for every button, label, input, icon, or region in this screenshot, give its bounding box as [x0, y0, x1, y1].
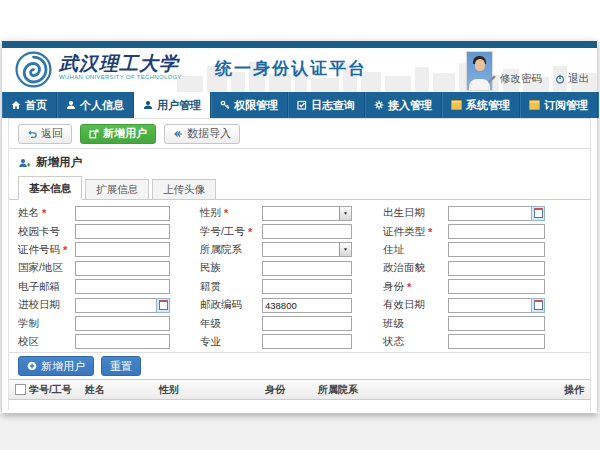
nav-item-permission-management[interactable]: 权限管理: [211, 92, 288, 118]
status-input[interactable]: [448, 334, 545, 349]
portal-window: 武汉理工大学 WUHAN UNIVERSITY OF TECHNOLOGY 统一…: [2, 41, 597, 413]
field-label: 国家/地区: [18, 261, 63, 275]
field-ethnicity: 民族*: [200, 259, 352, 277]
field-label: 民族: [200, 261, 221, 275]
submit-add-user-button[interactable]: 新增用户: [18, 356, 94, 376]
nav-label: 权限管理: [234, 98, 278, 113]
logout-link[interactable]: 退出: [555, 72, 589, 86]
field-id-type: 证件类型*: [383, 222, 545, 240]
country-region-input[interactable]: [75, 261, 170, 276]
nav-item-access-management[interactable]: 接入管理: [365, 92, 442, 118]
email-input[interactable]: [75, 279, 170, 294]
field-label: 姓名: [18, 206, 39, 220]
nav-item-system-management[interactable]: 系统管理: [442, 92, 520, 118]
grade-input[interactable]: [262, 316, 352, 331]
select-all-checkbox[interactable]: [15, 384, 26, 395]
class-input[interactable]: [448, 316, 545, 331]
plus-circle-icon: [27, 361, 37, 371]
department-select[interactable]: ▼: [262, 242, 352, 257]
nav-label: 首页: [25, 98, 47, 113]
name-input[interactable]: [75, 206, 170, 221]
back-button[interactable]: 返回: [18, 124, 72, 144]
birth-date-input[interactable]: [448, 206, 545, 221]
top-accent-bar: [2, 41, 597, 48]
postal-code-input[interactable]: 438800: [262, 298, 352, 313]
nav-label: 个人信息: [80, 98, 124, 113]
submit-add-user-label: 新增用户: [41, 359, 85, 374]
field-label: 籍贯: [200, 280, 221, 294]
field-label: 专业: [200, 335, 221, 349]
field-label: 性别: [200, 206, 221, 220]
add-user-toolbar-button[interactable]: 新增用户: [80, 124, 156, 144]
calendar-icon[interactable]: [531, 298, 545, 313]
add-user-icon: [19, 158, 31, 168]
campus-input[interactable]: [75, 334, 170, 349]
ethnicity-input[interactable]: [262, 261, 352, 276]
field-label: 出生日期: [383, 206, 425, 220]
required-asterisk: *: [428, 226, 432, 238]
form-row: 校园卡号* 学号/工号* 证件类型*: [18, 222, 590, 240]
university-name: 武汉理工大学: [59, 53, 182, 74]
field-student-staff-no: 学号/工号*: [200, 222, 352, 240]
major-input[interactable]: [262, 334, 352, 349]
content-panel: 返回 新增用户 数据导入 新增用户 基本信息: [8, 118, 591, 410]
tab-extended-info[interactable]: 扩展信息: [85, 179, 149, 199]
platform-title: 统一身份认证平台: [215, 57, 367, 80]
field-label: 电子邮箱: [18, 280, 60, 294]
calendar-icon[interactable]: [156, 298, 170, 313]
nav-item-user-management[interactable]: 用户管理: [134, 92, 211, 118]
calendar-icon[interactable]: [531, 206, 545, 221]
change-password-link[interactable]: 修改密码: [487, 72, 542, 86]
nav-label: 订阅管理: [544, 98, 588, 113]
student-staff-no-input[interactable]: [262, 224, 352, 239]
field-label: 进校日期: [18, 298, 60, 312]
field-name: 姓名*: [18, 204, 170, 222]
education-length-input[interactable]: [75, 316, 170, 331]
id-type-input[interactable]: [448, 224, 545, 239]
nav-label: 接入管理: [388, 98, 432, 113]
nav-item-subscription-management[interactable]: 订阅管理: [520, 92, 598, 118]
field-campus: 校区*: [18, 333, 170, 351]
identity-input[interactable]: [448, 279, 545, 294]
tab-basic-info[interactable]: 基本信息: [18, 176, 82, 200]
chevron-down-icon[interactable]: ▼: [339, 207, 351, 220]
pencil-icon: [487, 74, 497, 84]
field-gender: 性别* ▼: [200, 204, 352, 222]
nav-item-log-query[interactable]: 日志查询: [288, 92, 365, 118]
form-row: 国家/地区* 民族* 政治面貌*: [18, 259, 590, 277]
field-birth-date: 出生日期*: [383, 204, 545, 222]
column-header-name: 姓名: [85, 383, 159, 397]
data-import-label: 数据导入: [187, 126, 231, 141]
chevron-down-icon[interactable]: ▼: [339, 243, 351, 256]
nav-item-home[interactable]: 首页: [2, 92, 57, 118]
field-valid-date: 有效日期*: [383, 296, 545, 314]
logout-label: 退出: [568, 72, 589, 86]
valid-date-input[interactable]: [448, 298, 545, 313]
field-label: 所属院系: [200, 243, 242, 257]
field-political-status: 政治面貌*: [383, 259, 545, 277]
column-header-department: 所属院系: [318, 383, 564, 397]
id-number-input[interactable]: [75, 242, 170, 257]
required-asterisk: *: [248, 226, 252, 238]
main-nav: 首页 个人信息 用户管理 权限管理 日志查询 接入管理: [2, 92, 597, 118]
field-email: 电子邮箱*: [18, 278, 170, 296]
campus-card-no-input[interactable]: [75, 224, 170, 239]
political-status-input[interactable]: [448, 261, 545, 276]
nav-item-personal-info[interactable]: 个人信息: [57, 92, 134, 118]
user-table-header: 学号/工号 姓名 性别 身份 所属院系 操作: [9, 379, 590, 400]
enrollment-date-input[interactable]: [75, 298, 170, 313]
reset-button[interactable]: 重置: [101, 356, 141, 376]
back-button-label: 返回: [41, 126, 63, 141]
native-place-input[interactable]: [262, 279, 352, 294]
basic-info-form: 姓名* 性别* ▼ 出生日期* 校园卡号*: [9, 200, 590, 353]
data-import-button[interactable]: 数据导入: [164, 124, 240, 144]
field-label: 证件类型: [383, 225, 425, 239]
header: 武汉理工大学 WUHAN UNIVERSITY OF TECHNOLOGY 统一…: [2, 48, 597, 92]
address-input[interactable]: [448, 242, 545, 257]
book-icon: [529, 100, 540, 110]
form-row: 证件号码* 所属院系* ▼ 住址*: [18, 241, 590, 259]
field-label: 身份: [383, 280, 404, 294]
tab-upload-avatar[interactable]: 上传头像: [152, 179, 216, 199]
toolbar: 返回 新增用户 数据导入: [9, 119, 590, 149]
gender-select[interactable]: ▼: [262, 206, 352, 221]
